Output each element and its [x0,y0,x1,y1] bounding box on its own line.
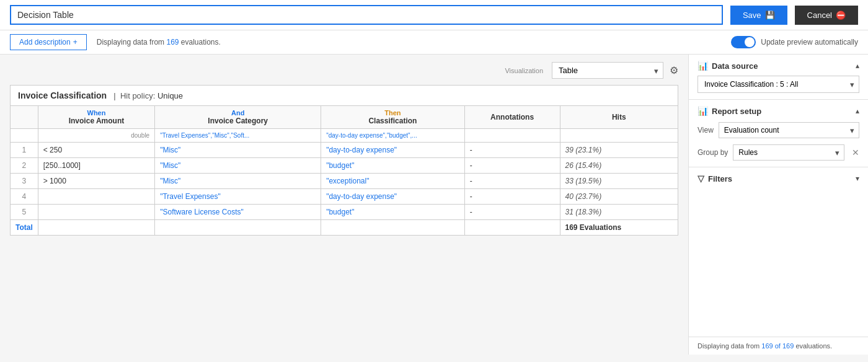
group-by-select[interactable]: Rules [733,144,844,161]
bottom-status: Displaying data from 169 of 169 evaluati… [689,337,868,355]
hits-val: 26 (15.4%) [560,158,678,174]
when-label: When [43,109,149,117]
plus-icon: + [73,38,78,46]
classification-header: Classification [326,117,459,125]
top-bar: Save 💾 Cancel ⛔ [0,0,868,30]
ann-val: - [464,143,560,158]
filters-title: ▽ Filters [698,174,732,183]
and-val: "Misc" [155,158,321,174]
add-desc-label: Add description [19,38,71,46]
data-source-header[interactable]: 📊 Data source ▴ [698,61,859,71]
annotations-header: Annotations [464,106,560,129]
view-select[interactable]: Evaluation count [719,122,859,138]
then-val: "budget" [321,205,464,220]
column-label-row: When Invoice Amount And Invoice Category… [11,106,678,129]
chart-icon: 📊 [698,106,708,116]
and-sample: "Travel Expenses","Misc","Soft... [155,129,321,143]
type-sample-row: double "Travel Expenses","Misc","Soft...… [11,129,678,143]
eval-text: Displaying data from 169 evaluations. [97,38,221,46]
and-val: "Travel Expenses" [155,189,321,205]
right-panel: 📊 Data source ▴ Invoice Classification :… [688,55,868,355]
decision-table: Invoice Classification | Hit policy: Uni… [10,85,678,236]
table-row: 4 "Travel Expenses" "day-to-day expense"… [11,189,678,205]
group-by-select-wrap: Rules [733,144,844,161]
ann-val: - [464,205,560,220]
hit-policy-value: Unique [157,91,183,100]
viz-label: Visualization [505,67,543,74]
and-val: "Misc" [155,174,321,189]
table-row: 2 [250..1000] "Misc" "budget" - 26 (15.4… [11,158,678,174]
hits-val: 31 (18.3%) [560,205,678,220]
cancel-button[interactable]: Cancel ⛔ [795,6,858,25]
filters-chevron-down-icon: ▾ [856,174,859,183]
data-source-title: 📊 Data source [698,61,758,71]
filters-header[interactable]: ▽ Filters ▾ [698,174,859,183]
toggle-label: Update preview automatically [761,38,858,46]
then-sample: "day-to-day expense","budget",... [321,129,464,143]
report-setup-header[interactable]: 📊 Report setup ▴ [698,106,859,116]
then-val: "day-to-day expense" [321,189,464,205]
table-title-cell: Invoice Classification | Hit policy: Uni… [11,86,678,106]
total-empty-3 [321,220,464,236]
ann-val: - [464,158,560,174]
when-type: double [38,129,154,143]
save-button[interactable]: Save 💾 [730,6,787,25]
report-setup-title: 📊 Report setup [698,106,761,116]
group-by-row: Group by Rules ✕ [698,144,859,161]
left-panel: Visualization Table Chart Custom ⚙ Invoi… [0,55,688,355]
then-val: "budget" [321,158,464,174]
filters-label: Filters [708,174,732,183]
then-val: "day-to-day expense" [321,143,464,158]
and-val: "Misc" [155,143,321,158]
total-empty-2 [155,220,321,236]
hits-header: Hits [560,106,678,129]
gear-icon[interactable]: ⚙ [670,64,678,76]
auto-preview-toggle[interactable] [731,36,756,48]
and-val: "Software License Costs" [155,205,321,220]
hits-val: 39 (23.1%) [560,143,678,158]
row-num: 2 [11,158,38,174]
report-setup-label: Report setup [712,107,761,116]
toggle-section: Update preview automatically [731,36,858,48]
visualization-select[interactable]: Table Chart Custom [552,62,663,79]
table-title: Invoice Classification [18,90,107,100]
row-num: 1 [11,143,38,158]
invoice-category-header: Invoice Category [160,117,316,125]
row-num: 5 [11,205,38,220]
hits-val: 33 (19.5%) [560,174,678,189]
data-source-chevron-up-icon: ▴ [856,61,859,70]
table-row: 5 "Software License Costs" "budget" - 31… [11,205,678,220]
add-description-button[interactable]: Add description + [10,34,87,50]
title-input[interactable] [10,5,723,25]
table-row: 3 > 1000 "Misc" "exceptional" - 33 (19.5… [11,174,678,189]
clear-group-by-icon[interactable]: ✕ [852,148,859,157]
save-icon: 💾 [765,11,775,20]
when-val: < 250 [38,143,154,158]
data-source-section: 📊 Data source ▴ Invoice Classification :… [689,55,868,100]
cancel-label: Cancel [807,11,832,20]
view-label: View [698,126,714,135]
hits-type [560,129,678,143]
hit-policy-row: Invoice Classification | Hit policy: Uni… [11,86,678,106]
view-row: View Evaluation count [698,122,859,138]
empty-type [11,129,38,143]
main-content: Visualization Table Chart Custom ⚙ Invoi… [0,55,868,355]
view-select-wrap: Evaluation count [719,122,859,138]
report-setup-section: 📊 Report setup ▴ View Evaluation count G… [689,100,868,167]
cancel-icon: ⛔ [836,11,846,20]
datasource-select[interactable]: Invoice Classification : 5 : All [698,76,859,93]
table-row: 1 < 250 "Misc" "day-to-day expense" - 39… [11,143,678,158]
total-empty-4 [464,220,560,236]
invoice-amount-header: Invoice Amount [43,117,149,125]
total-row: Total 169 Evaluations [11,220,678,236]
when-val [38,205,154,220]
hits-val: 40 (23.7%) [560,189,678,205]
and-header-cell: And Invoice Category [155,106,321,129]
row-num: 3 [11,174,38,189]
filters-section: ▽ Filters ▾ [689,167,868,190]
filter-icon: ▽ [698,174,704,183]
then-label: Then [326,109,459,117]
annotations-label: Annotations [470,113,555,121]
hits-label: Hits [565,113,673,121]
viz-bar: Visualization Table Chart Custom ⚙ [10,62,678,79]
